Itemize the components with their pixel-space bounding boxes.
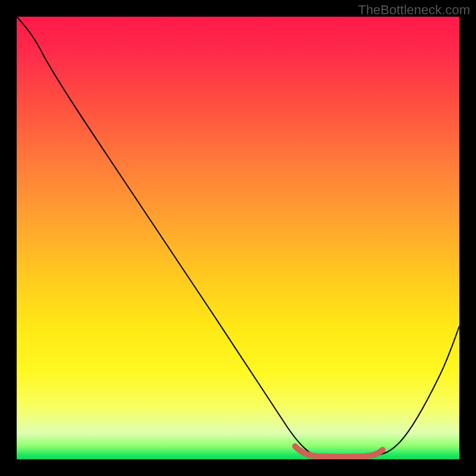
main-curve xyxy=(17,17,459,457)
plot-area xyxy=(17,17,459,459)
watermark-text: TheBottleneck.com xyxy=(358,2,470,18)
chart-svg xyxy=(17,17,459,459)
